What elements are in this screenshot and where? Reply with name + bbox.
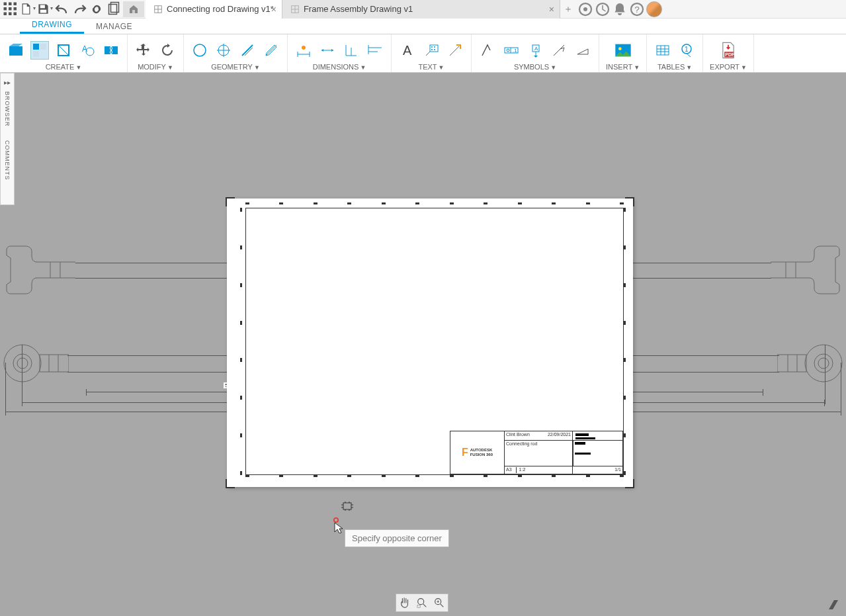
svg-line-108 <box>441 604 444 607</box>
ribbon-group-symbols: .1 A SYMBOLS▼ <box>472 34 599 72</box>
table-icon[interactable] <box>654 41 672 60</box>
new-file-icon[interactable] <box>20 1 36 17</box>
leader-icon[interactable] <box>422 41 441 60</box>
close-tab-icon[interactable]: × <box>271 4 276 15</box>
command-tooltip: Specify opposite corner <box>345 529 449 547</box>
close-tab-icon[interactable]: × <box>549 4 554 15</box>
dimension-icon[interactable] <box>294 41 313 60</box>
svg-point-88 <box>814 354 833 373</box>
svg-rect-106 <box>417 605 421 608</box>
title-block-sheet: 1/1 <box>573 466 623 474</box>
pdf-export-icon[interactable]: PDF <box>719 41 738 60</box>
svg-point-55 <box>431 49 433 50</box>
svg-rect-10 <box>40 10 47 13</box>
section-view-icon[interactable] <box>54 41 73 60</box>
ribbon-group-dimensions: DIMENSIONS▼ <box>288 34 392 72</box>
svg-rect-8 <box>14 12 17 15</box>
baseline-dim-icon[interactable] <box>366 41 384 60</box>
balloon-icon[interactable]: 1 <box>677 41 696 60</box>
linear-dim-icon[interactable] <box>318 41 337 60</box>
surface-icon[interactable] <box>478 41 497 60</box>
svg-point-81 <box>4 345 41 382</box>
break-view-icon[interactable] <box>102 41 120 60</box>
svg-rect-25 <box>9 46 22 56</box>
svg-rect-7 <box>9 12 12 15</box>
svg-rect-90 <box>777 355 806 372</box>
svg-rect-3 <box>4 7 7 11</box>
tab-manage[interactable]: MANAGE <box>84 19 144 34</box>
weld-icon[interactable] <box>550 41 568 60</box>
svg-line-74 <box>687 54 691 57</box>
svg-rect-6 <box>4 12 7 15</box>
svg-rect-4 <box>9 7 12 11</box>
svg-rect-13 <box>132 10 135 13</box>
svg-rect-0 <box>4 2 7 5</box>
sketch-icon[interactable] <box>262 41 280 60</box>
tab-drawing[interactable]: DRAWING <box>20 17 84 34</box>
svg-point-43 <box>302 46 306 50</box>
app-grid-icon[interactable] <box>3 1 19 17</box>
svg-point-89 <box>818 358 829 369</box>
workspace-tabs: DRAWING MANAGE <box>0 19 846 34</box>
svg-point-82 <box>13 354 32 373</box>
user-avatar[interactable] <box>646 1 662 17</box>
svg-rect-2 <box>14 2 17 5</box>
quick-access-toolbar: Connecting rod Drawing v1* × Frame Assem… <box>0 0 846 19</box>
ribbon-group-text: A TEXT▼ <box>392 34 472 72</box>
expand-rail-icon[interactable]: ▸▸ <box>4 79 11 86</box>
new-tab-icon[interactable]: ＋ <box>560 1 576 17</box>
view-nav-bar <box>396 594 448 612</box>
taper-icon[interactable] <box>573 41 592 60</box>
bell-icon[interactable] <box>612 1 628 17</box>
detail-view-icon[interactable]: A <box>78 41 97 60</box>
browser-panel-label[interactable]: BROWSER <box>4 91 11 127</box>
title-block-size: A3 <box>506 467 517 473</box>
move-icon[interactable] <box>134 41 153 60</box>
svg-point-104 <box>418 599 424 605</box>
rotate-icon[interactable] <box>158 41 177 60</box>
centerline-icon[interactable] <box>190 41 209 60</box>
svg-point-59 <box>507 49 509 52</box>
svg-point-53 <box>431 46 433 48</box>
drawing-fork-right-top <box>769 243 842 299</box>
svg-text:A: A <box>534 46 538 52</box>
comments-panel-label[interactable]: COMMENTS <box>4 140 11 181</box>
save-icon[interactable] <box>37 1 53 17</box>
pan-icon[interactable] <box>398 595 412 610</box>
svg-rect-32 <box>105 46 110 54</box>
svg-point-66 <box>618 47 622 50</box>
autodesk-logo-icon <box>827 599 839 611</box>
help-icon[interactable]: ? <box>629 1 645 17</box>
text-icon[interactable]: A <box>398 41 417 60</box>
clock-icon[interactable] <box>595 1 611 17</box>
copy-icon[interactable] <box>106 1 122 17</box>
datum-icon[interactable]: A <box>526 41 544 60</box>
base-view-icon[interactable] <box>7 41 25 60</box>
ordinate-dim-icon[interactable] <box>342 41 360 60</box>
gdt-icon[interactable]: .1 <box>502 41 521 60</box>
document-tab-inactive[interactable]: Frame Assembly Drawing v1 × <box>282 0 560 19</box>
extensions-icon[interactable] <box>577 1 593 17</box>
svg-rect-27 <box>40 44 46 50</box>
projected-view-icon[interactable] <box>30 41 49 60</box>
ribbon: A CREATE▼ MODIFY▼ GEOMETRY▼ DIMENSIONS▼ <box>0 34 846 73</box>
svg-text:?: ? <box>634 4 640 14</box>
undo-icon[interactable] <box>54 1 70 17</box>
svg-line-105 <box>423 604 427 607</box>
redo-icon[interactable] <box>71 1 87 17</box>
edge-ext-icon[interactable] <box>238 41 257 60</box>
ribbon-group-geometry: GEOMETRY▼ <box>184 34 288 72</box>
note-icon[interactable] <box>446 41 464 60</box>
title-block-scale: 1:2 <box>519 467 526 473</box>
zoom-fit-icon[interactable] <box>432 595 446 610</box>
document-tab-active[interactable]: Connecting rod Drawing v1* × <box>146 0 282 19</box>
center-mark-icon[interactable] <box>214 41 233 60</box>
svg-text:A: A <box>403 43 412 58</box>
drawing-canvas[interactable]: ▸▸ BROWSER COMMENTS 550 230 550 1650 172… <box>0 73 846 616</box>
zoom-window-icon[interactable] <box>415 595 429 610</box>
link-icon[interactable] <box>89 1 105 17</box>
sheet-frame: FAUTODESKFUSION 360 Clint Brown22/09/202… <box>245 208 624 475</box>
svg-rect-9 <box>40 5 45 9</box>
home-tab-icon[interactable] <box>123 1 144 17</box>
image-icon[interactable] <box>614 41 632 60</box>
